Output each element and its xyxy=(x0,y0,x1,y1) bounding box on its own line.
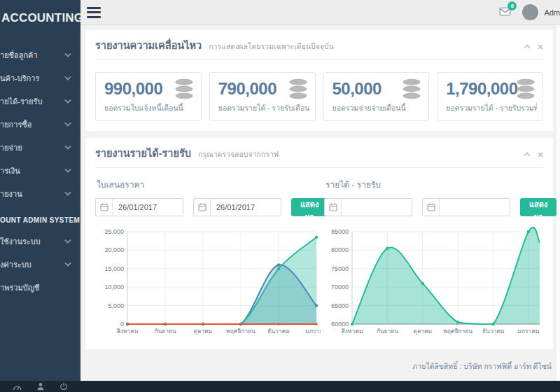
dashboard-icon[interactable] xyxy=(13,383,22,391)
sidebar-item-label: ายชื่อลูกค้า xyxy=(0,49,64,62)
date-from-input-right[interactable] xyxy=(324,198,412,216)
user-icon[interactable] xyxy=(36,382,45,391)
svg-text:พฤศจิกายน: พฤศจิกายน xyxy=(443,328,472,335)
date-to-input-left[interactable] xyxy=(193,198,281,216)
chevron-down-icon xyxy=(64,145,71,150)
income-chart-section: รายได้ - รายรับ xyxy=(324,171,543,340)
sidebar-item-income[interactable]: ายได้-รายรับ xyxy=(0,90,80,113)
stat-label: ยอดรวมรายได้ - รายรับเดือนนี้ xyxy=(218,102,309,114)
stat-label: ยอดรวมใบแจ้งหนี้เดือนนี้ xyxy=(104,102,195,114)
avatar[interactable] xyxy=(522,4,538,20)
stat-value: 50,000 xyxy=(332,79,382,99)
menu-toggle-icon[interactable] xyxy=(87,7,102,18)
close-icon[interactable] xyxy=(538,44,543,50)
sidebar-menu: ายชื่อลูกค้า นค้า-บริการ ายได้-รายรับ าย… xyxy=(0,43,80,205)
database-icon xyxy=(514,78,537,99)
scrollbar[interactable] xyxy=(556,25,560,381)
svg-text:กันยายน: กันยายน xyxy=(377,328,399,335)
svg-text:0: 0 xyxy=(120,321,124,328)
sidebar-item-expenses[interactable]: ายจ่าย xyxy=(0,136,80,159)
svg-text:สิงหาคม: สิงหาคม xyxy=(341,328,363,335)
sidebar-admin-menu: ใช้งานระบบ งค่าระบบ าพรวมบัญชี xyxy=(0,230,80,299)
sidebar-item-label: ใช้งานระบบ xyxy=(0,235,64,248)
chevron-down-icon xyxy=(64,52,71,57)
quotation-chart-section: ใบเสนอราคา xyxy=(95,171,314,340)
panel-title: รายงานรายได้-รายรับ xyxy=(95,145,191,161)
copyright-text: ภายใต้ลิขสิทธิ์ : บริษัท กราฟฟิตี้ อาร์ท… xyxy=(85,356,553,372)
panel-subtitle: กรุณาตรวจสอบจากกราฟ xyxy=(198,148,279,160)
user-menu[interactable]: Adm xyxy=(544,8,560,17)
calendar-icon xyxy=(194,199,211,216)
stat-cards: 990,000 ยอดรวมใบแจ้งหนี้เดือนนี้ 790,000… xyxy=(95,72,543,121)
svg-text:มกราคม: มกราคม xyxy=(305,328,321,335)
sidebar-item-reports[interactable]: ายงาน xyxy=(0,182,80,205)
calendar-icon xyxy=(96,199,113,216)
sidebar-item-label: ายได้-รายรับ xyxy=(0,95,64,108)
database-icon xyxy=(287,78,309,99)
svg-text:60000: 60000 xyxy=(331,321,349,328)
income-report-panel: รายงานรายได้-รายรับ กรุณาตรวจสอบจากกราฟ … xyxy=(85,138,553,349)
section-heading: ใบเสนอราคา xyxy=(97,178,314,191)
svg-text:มกราคม: มกราคม xyxy=(517,328,539,335)
sidebar: ACCOUNTING ายชื่อลูกค้า นค้า-บริการ ายได… xyxy=(0,0,80,381)
collapse-icon[interactable] xyxy=(524,152,531,157)
movement-report-panel: รายงานความเคลื่อนไหว การแสดงผลโดยรวมเฉพา… xyxy=(85,30,553,131)
bottom-bar xyxy=(0,381,560,392)
sidebar-section-header: OUNT ADMIN SYSTEM xyxy=(0,216,80,224)
show-results-button[interactable]: แสดงผล xyxy=(291,198,328,216)
calendar-icon xyxy=(423,199,440,216)
stat-value: 990,000 xyxy=(104,79,162,99)
sidebar-item-finance[interactable]: ารเงิน xyxy=(0,159,80,182)
panel-title: รายงานความเคลื่อนไหว xyxy=(95,37,202,53)
sidebar-item-customers[interactable]: ายชื่อลูกค้า xyxy=(0,43,80,66)
svg-text:65000: 65000 xyxy=(331,302,349,309)
svg-text:85000: 85000 xyxy=(331,228,349,235)
stat-card-income-month: 790,000 ยอดรวมรายได้ - รายรับเดือนนี้ xyxy=(209,72,316,121)
stat-card-expense-month: 50,000 ยอดรวมจ่ายจ่ายเดือนนี้ xyxy=(323,72,430,121)
panel-header: รายงานรายได้-รายรับ กรุณาตรวจสอบจากกราฟ xyxy=(95,145,543,168)
sidebar-item-label: าพรวมบัญชี xyxy=(0,281,80,294)
power-icon[interactable] xyxy=(59,382,68,391)
income-area-chart: 600006500070000750008000085000สิงหาคมกัน… xyxy=(324,226,543,340)
show-results-button[interactable]: แสดงผล xyxy=(520,198,556,216)
svg-text:70000: 70000 xyxy=(331,284,349,290)
date-from-field[interactable] xyxy=(113,203,183,211)
stat-card-invoices: 990,000 ยอดรวมใบแจ้งหนี้เดือนนี้ xyxy=(95,72,202,121)
sidebar-item-account-overview[interactable]: าพรวมบัญชี xyxy=(0,276,80,299)
messages-button[interactable]: 6 xyxy=(499,6,511,19)
date-to-input-right[interactable] xyxy=(422,198,510,216)
chevron-down-icon xyxy=(64,191,71,196)
stat-value: 1,790,000 xyxy=(446,79,517,99)
chevron-down-icon xyxy=(64,168,71,173)
chevron-down-icon xyxy=(64,99,71,104)
svg-text:ตุลาคม: ตุลาคม xyxy=(194,328,213,335)
sidebar-item-products[interactable]: นค้า-บริการ xyxy=(0,66,80,90)
panel-header: รายงานความเคลื่อนไหว การแสดงผลโดยรวมเฉพา… xyxy=(95,37,543,60)
sidebar-item-label: ายจ่าย xyxy=(0,141,64,154)
date-from-field[interactable] xyxy=(342,203,412,211)
section-heading: รายได้ - รายรับ xyxy=(326,178,543,191)
collapse-icon[interactable] xyxy=(524,44,531,49)
svg-text:ธันวาคม: ธันวาคม xyxy=(267,328,290,335)
svg-text:75000: 75000 xyxy=(331,265,349,272)
close-icon[interactable] xyxy=(538,152,543,158)
calendar-icon xyxy=(325,199,342,216)
sidebar-item-purchases[interactable]: ายการซื้อ xyxy=(0,113,80,136)
date-to-field[interactable] xyxy=(440,203,510,211)
svg-text:สิงหาคม: สิงหาคม xyxy=(116,328,138,335)
svg-text:25,000: 25,000 xyxy=(104,228,124,235)
sidebar-item-label: นค้า-บริการ xyxy=(0,72,64,85)
top-navbar: 6 Adm xyxy=(80,0,560,25)
database-icon xyxy=(400,78,423,99)
quotation-area-chart: 05,00010,00015,00020,00025,000สิงหาคมกัน… xyxy=(95,226,314,340)
sidebar-item-system-settings[interactable]: งค่าระบบ xyxy=(0,253,80,276)
svg-text:ตุลาคม: ตุลาคม xyxy=(413,328,432,335)
sidebar-item-label: ายงาน xyxy=(0,188,64,200)
sidebar-item-system-users[interactable]: ใช้งานระบบ xyxy=(0,230,80,253)
date-to-field[interactable] xyxy=(211,203,281,211)
panel-subtitle: การแสดงผลโดยรวมเฉพาะเดือนปีจจุบัน xyxy=(209,41,334,52)
date-from-input-left[interactable] xyxy=(95,198,183,216)
svg-text:พฤศจิกายน: พฤศจิกายน xyxy=(226,328,255,335)
stat-label: ยอดรวมจ่ายจ่ายเดือนนี้ xyxy=(332,102,424,114)
svg-text:5,000: 5,000 xyxy=(108,302,124,309)
